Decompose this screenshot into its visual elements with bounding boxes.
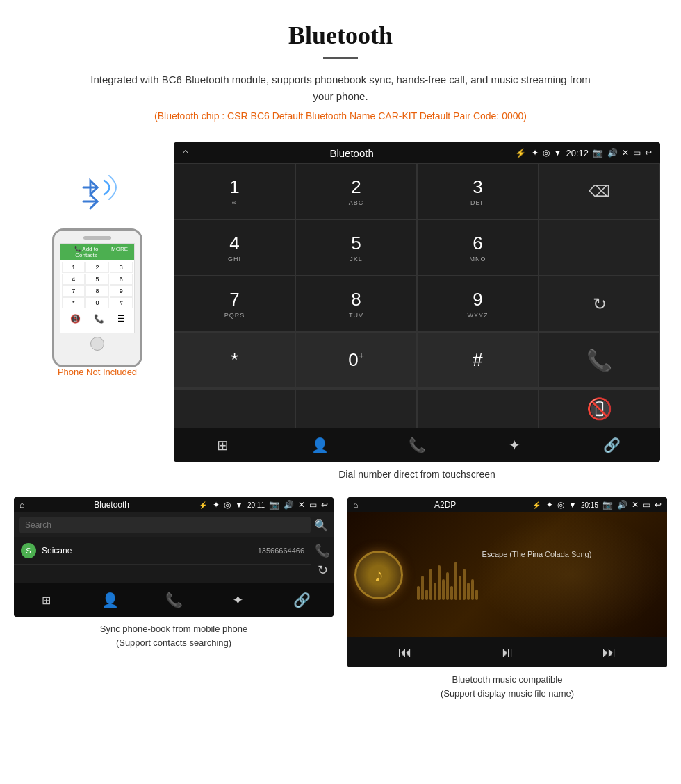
contact-avatar: S	[21, 543, 36, 558]
back-icon-pb[interactable]: ↩	[321, 500, 328, 510]
pb-dialpad-icon[interactable]: ⊞	[28, 592, 63, 608]
big-screen-caption: Dial number direct from touchscreen	[174, 462, 660, 490]
key-6[interactable]: 6MNO	[417, 219, 539, 276]
vol-icon-music: 🔊	[617, 500, 627, 510]
phonebook-side-icons: 📞 ↻	[311, 537, 334, 583]
close-icon[interactable]: ✕	[622, 148, 629, 158]
dialpad-grid: 1∞ 2ABC 3DEF ⌫ 4GHI 5JKL	[174, 163, 660, 388]
music-note-icon: ♪	[374, 564, 384, 586]
min-icon-music[interactable]: ▭	[643, 500, 650, 510]
key-8[interactable]: 8TUV	[295, 276, 417, 332]
usb-icon: ⚡	[515, 148, 526, 158]
gps-icon-music: ◎	[557, 500, 564, 510]
key-3[interactable]: 3DEF	[417, 163, 539, 219]
side-refresh-icon[interactable]: ↻	[315, 562, 330, 578]
key-0[interactable]: 0+	[295, 332, 417, 388]
phonebook-search: 🔍	[14, 512, 334, 537]
bluetooth-nav-icon[interactable]: ✦	[497, 437, 532, 453]
phone-not-included-label: Phone Not Included	[21, 367, 174, 377]
key-9[interactable]: 9WXYZ	[417, 276, 539, 332]
vol-icon-pb: 🔊	[284, 500, 294, 510]
bluetooth-icon: ✦	[532, 148, 539, 158]
link-icon[interactable]: 🔗	[594, 437, 629, 453]
phonebook-list: S Seicane 13566664466	[14, 537, 311, 583]
search-icon[interactable]: 🔍	[314, 519, 328, 532]
signal-icon-music: ▼	[568, 500, 577, 510]
pb-time: 20:11	[247, 501, 265, 509]
pb-bottom-bar: ⊞ 👤 📞 ✦ 🔗	[14, 583, 334, 617]
camera-icon: 📷	[593, 148, 603, 158]
search-input[interactable]	[19, 517, 311, 533]
prev-btn[interactable]: ⏮	[398, 644, 412, 660]
pb-contacts-icon[interactable]: 👤	[92, 592, 127, 608]
gps-icon-pb: ◎	[224, 500, 231, 510]
music-controls: ⏮ ⏯ ⏭	[347, 637, 667, 667]
page-header: Bluetooth Integrated with BC6 Bluetooth …	[0, 0, 681, 142]
car-screen: ⌂ Bluetooth ⚡ ✦ ◎ ▼ 20:12 📷 🔊 ✕ ▭ ↩	[174, 142, 660, 462]
play-pause-btn[interactable]: ⏯	[500, 644, 514, 660]
key-1[interactable]: 1∞	[174, 163, 295, 219]
phonebook-screen-title: Bluetooth	[30, 500, 193, 510]
big-screen-wrap: ⌂ Bluetooth ⚡ ✦ ◎ ▼ 20:12 📷 🔊 ✕ ▭ ↩	[174, 142, 660, 490]
title-divider	[323, 57, 358, 59]
pb-bluetooth-icon[interactable]: ✦	[220, 592, 255, 608]
contact-row[interactable]: S Seicane 13566664466	[14, 537, 311, 565]
screen-title: Bluetooth	[195, 147, 509, 159]
back-icon[interactable]: ↩	[645, 148, 652, 158]
close-icon-music[interactable]: ✕	[632, 500, 639, 510]
signal-icon: ▼	[554, 148, 562, 158]
next-btn[interactable]: ⏭	[602, 644, 616, 660]
album-art: ♪	[354, 551, 403, 599]
status-icons: ✦ ◎ ▼ 20:12 📷 🔊 ✕ ▭ ↩	[532, 148, 652, 158]
key-empty-bot	[174, 389, 295, 428]
cam-icon-music: 📷	[602, 500, 613, 510]
close-icon-pb[interactable]: ✕	[298, 500, 305, 510]
cam-icon-pb: 📷	[269, 500, 279, 510]
page-title: Bluetooth	[14, 21, 667, 50]
key-2[interactable]: 2ABC	[295, 163, 417, 219]
key-call-red[interactable]: 📵	[539, 389, 660, 428]
home-icon-music[interactable]: ⌂	[353, 500, 358, 510]
dialpad-grid-icon[interactable]: ⊞	[205, 437, 240, 453]
phonebook-status-bar: ⌂ Bluetooth ⚡ ✦ ◎ ▼ 20:11 📷 🔊 ✕ ▭ ↩	[14, 497, 334, 512]
usb-icon-pb: ⚡	[199, 501, 207, 509]
phonebook-caption: Sync phone-book from mobile phone (Suppo…	[14, 617, 334, 655]
bt-icon-music: ✦	[546, 500, 553, 510]
music-screen-title: A2DP	[363, 500, 527, 510]
music-player-area: ♪ Escape (The Pina Colada Song)	[347, 512, 667, 637]
music-caption: Bluetooth music compatible (Support disp…	[347, 667, 667, 706]
key-7[interactable]: 7PQRS	[174, 276, 295, 332]
home-icon-pb[interactable]: ⌂	[19, 500, 24, 510]
side-phone-icon[interactable]: 📞	[315, 543, 330, 558]
music-status-icons: ✦ ◎ ▼ 20:15 📷 🔊 ✕ ▭ ↩	[546, 500, 662, 510]
description-text: Integrated with BC6 Bluetooth module, su…	[80, 72, 601, 105]
pb-phone-icon[interactable]: 📞	[156, 592, 191, 608]
key-backspace[interactable]: ⌫	[539, 163, 660, 219]
home-icon[interactable]: ⌂	[182, 147, 189, 159]
bt-icon-pb: ✦	[213, 500, 220, 510]
contacts-icon[interactable]: 👤	[302, 437, 337, 453]
music-time: 20:15	[581, 501, 598, 509]
minimize-icon[interactable]: ▭	[633, 148, 641, 158]
key-call-green[interactable]: 📞	[539, 332, 660, 388]
dialpad-bottom-bar: ⊞ 👤 📞 ✦ 🔗	[174, 428, 660, 462]
phone-icon[interactable]: 📞	[400, 437, 434, 453]
specs-text: (Bluetooth chip : CSR BC6 Default Blueto…	[14, 110, 667, 122]
key-4[interactable]: 4GHI	[174, 219, 295, 276]
key-refresh[interactable]: ↻	[539, 276, 660, 332]
pb-link-icon[interactable]: 🔗	[284, 592, 319, 608]
key-star[interactable]: *	[174, 332, 295, 388]
status-time: 20:12	[566, 148, 589, 158]
main-section: 📞 Add to Contacts MORE 123 456 789 *0# 📵…	[0, 142, 681, 490]
key-5[interactable]: 5JKL	[295, 219, 417, 276]
bluetooth-waves-icon	[66, 170, 129, 219]
phone-screen: 📞 Add to Contacts MORE 123 456 789 *0# 📵…	[60, 243, 135, 333]
back-icon-music[interactable]: ↩	[655, 500, 662, 510]
music-screen: ⌂ A2DP ⚡ ✦ ◎ ▼ 20:15 📷 🔊 ✕ ▭ ↩	[347, 497, 667, 667]
volume-icon: 🔊	[607, 148, 618, 158]
min-icon-pb[interactable]: ▭	[309, 500, 317, 510]
phone-speaker	[83, 236, 111, 240]
car-screen-status-bar: ⌂ Bluetooth ⚡ ✦ ◎ ▼ 20:12 📷 🔊 ✕ ▭ ↩	[174, 142, 660, 163]
phone-side: 📞 Add to Contacts MORE 123 456 789 *0# 📵…	[21, 142, 174, 377]
key-hash[interactable]: #	[417, 332, 539, 388]
